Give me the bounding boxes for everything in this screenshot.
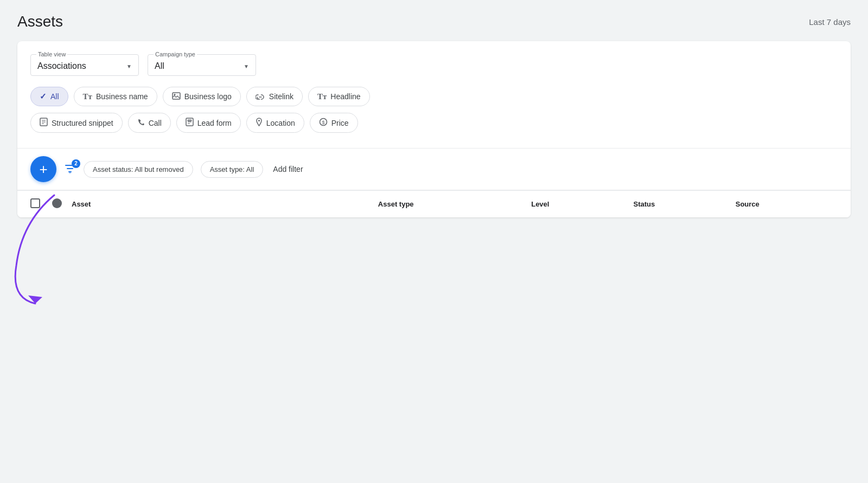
status-dot bbox=[52, 198, 62, 208]
chip-headline[interactable]: Tт Headline bbox=[308, 87, 370, 106]
chip-call[interactable]: Call bbox=[128, 113, 171, 133]
th-status: Status bbox=[633, 200, 735, 208]
table-view-arrow-icon: ▼ bbox=[126, 63, 132, 69]
campaign-type-value: All bbox=[155, 61, 164, 71]
svg-point-2 bbox=[174, 94, 175, 95]
filter-badge: 2 bbox=[72, 159, 80, 168]
svg-marker-15 bbox=[69, 172, 71, 174]
select-all-checkbox[interactable] bbox=[30, 198, 40, 208]
chip-lead-form[interactable]: Lead form bbox=[176, 113, 241, 133]
th-asset: Asset bbox=[72, 200, 378, 208]
chip-business-logo-label: Business logo bbox=[184, 92, 232, 101]
filters-section: Table view Associations ▼ Campaign type … bbox=[17, 41, 851, 148]
svg-text:$: $ bbox=[322, 120, 324, 125]
location-pin-icon bbox=[256, 118, 263, 128]
snippet-icon bbox=[40, 118, 48, 128]
th-checkbox-col bbox=[30, 198, 52, 210]
chips-row-2: Structured snippet Call bbox=[30, 113, 838, 133]
main-card: Table view Associations ▼ Campaign type … bbox=[17, 41, 851, 217]
chip-location[interactable]: Location bbox=[246, 113, 304, 133]
chip-price-label: Price bbox=[331, 119, 349, 127]
add-button[interactable]: + bbox=[30, 156, 56, 182]
image-icon bbox=[172, 92, 181, 101]
text-format-icon: Tт bbox=[83, 92, 92, 101]
filter-button[interactable]: 2 bbox=[64, 163, 76, 176]
th-dot-col bbox=[52, 198, 72, 210]
table-header-row: Asset Asset type Level Status Source bbox=[17, 190, 851, 217]
page-title: Assets bbox=[17, 13, 63, 30]
lead-form-icon bbox=[186, 118, 194, 128]
chip-structured-snippet[interactable]: Structured snippet bbox=[30, 113, 123, 133]
chip-sitelink[interactable]: Sitelink bbox=[246, 87, 303, 106]
date-range: Last 7 days bbox=[809, 17, 851, 27]
link-icon bbox=[256, 92, 265, 101]
chip-sitelink-label: Sitelink bbox=[269, 92, 293, 101]
th-level: Level bbox=[531, 200, 633, 208]
svg-marker-0 bbox=[28, 295, 42, 304]
table-view-label: Table view bbox=[36, 51, 67, 57]
table-view-value: Associations bbox=[37, 61, 86, 71]
phone-icon bbox=[137, 118, 145, 128]
chip-business-name[interactable]: Tт Business name bbox=[74, 87, 157, 106]
add-filter-button[interactable]: Add filter bbox=[273, 165, 303, 173]
campaign-type-dropdown[interactable]: Campaign type All ▼ bbox=[148, 54, 256, 76]
chip-business-logo[interactable]: Business logo bbox=[163, 87, 241, 106]
chip-location-label: Location bbox=[266, 119, 295, 127]
toolbar-row: + 2 Asset status: All but removed Asset … bbox=[17, 149, 851, 190]
svg-point-12 bbox=[258, 120, 260, 121]
chip-call-label: Call bbox=[149, 119, 162, 127]
campaign-type-label: Campaign type bbox=[154, 51, 197, 57]
chip-headline-label: Headline bbox=[330, 92, 360, 101]
status-filter-chip[interactable]: Asset status: All but removed bbox=[84, 161, 193, 178]
price-icon: $ bbox=[319, 118, 328, 128]
chip-all-label: All bbox=[50, 92, 59, 101]
dropdown-row: Table view Associations ▼ Campaign type … bbox=[30, 54, 838, 76]
chip-business-name-label: Business name bbox=[96, 92, 148, 101]
type-filter-chip[interactable]: Asset type: All bbox=[201, 161, 264, 178]
table-view-dropdown[interactable]: Table view Associations ▼ bbox=[30, 54, 139, 76]
chip-all[interactable]: ✓ All bbox=[30, 87, 68, 106]
campaign-type-arrow-icon: ▼ bbox=[244, 63, 249, 69]
th-source: Source bbox=[736, 200, 838, 208]
chip-structured-snippet-label: Structured snippet bbox=[52, 119, 113, 127]
headline-icon: Tт bbox=[317, 92, 327, 101]
chip-lead-form-label: Lead form bbox=[197, 119, 232, 127]
check-icon: ✓ bbox=[40, 92, 47, 101]
th-asset-type: Asset type bbox=[378, 200, 531, 208]
chip-price[interactable]: $ Price bbox=[310, 113, 358, 133]
chips-row-1: ✓ All Tт Business name bbox=[30, 87, 838, 106]
page-header: Assets Last 7 days bbox=[17, 13, 851, 30]
